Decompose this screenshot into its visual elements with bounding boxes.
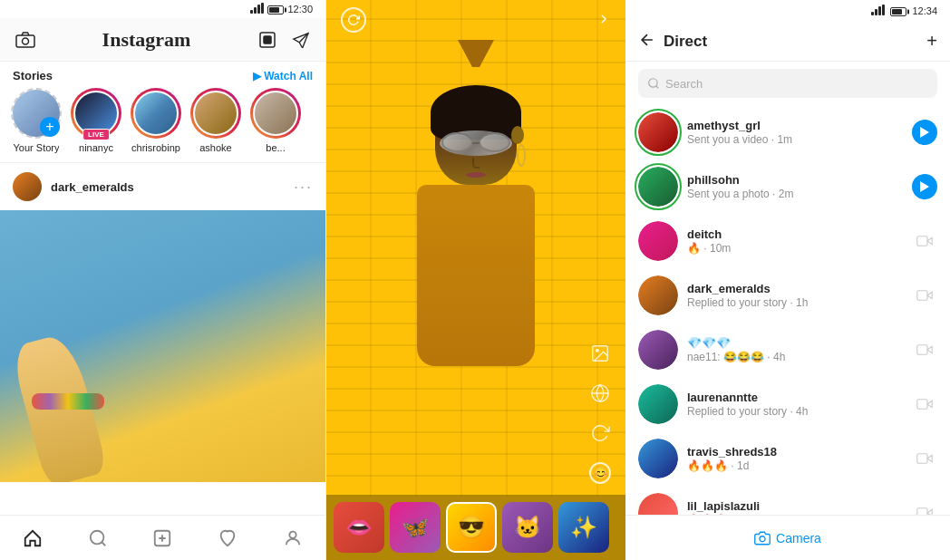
dm-preview: 🔥 · 10m <box>687 242 903 255</box>
person-sunglasses <box>440 130 512 156</box>
dm-name: deitch <box>687 227 903 241</box>
camera-subject <box>326 0 625 497</box>
stories-bar: Stories ▶ Watch All + Your Story LIVE ni… <box>0 62 325 163</box>
svg-rect-0 <box>16 35 34 47</box>
dm-info: dark_emeralds Replied to your story · 1h <box>687 282 903 309</box>
dm-item[interactable]: dark_emeralds Replied to your story · 1h <box>625 268 950 323</box>
dm-name: lil_lapislazuli <box>687 499 903 513</box>
watch-all-button[interactable]: ▶ Watch All <box>253 70 313 82</box>
camera-top-bar <box>326 0 625 40</box>
direct-camera-button[interactable]: Camera <box>625 515 950 560</box>
dm-item[interactable]: deitch 🔥 · 10m <box>625 214 950 268</box>
camera-bottom-icon <box>754 530 771 546</box>
direct-header: Direct + <box>625 22 950 62</box>
camera-flip-icon[interactable] <box>586 419 615 448</box>
feed-header: Instagram TV <box>0 18 325 62</box>
dm-name: amethyst_grl <box>687 119 903 132</box>
camera-gallery-icon[interactable] <box>586 339 615 368</box>
post-header: dark_emeralds ··· <box>0 163 325 210</box>
dm-action-camera[interactable] <box>912 500 937 515</box>
camera-side-icons: 😊 <box>586 339 615 488</box>
camera-emoji-icon[interactable]: 😊 <box>586 459 615 488</box>
camera-next-button[interactable] <box>596 12 611 29</box>
svg-point-9 <box>596 349 598 352</box>
story-item-ninanyc[interactable]: LIVE ninanyc <box>71 88 121 153</box>
story-label-your-story: Your Story <box>14 142 60 153</box>
story-item-your-story[interactable]: + Your Story <box>11 88 62 153</box>
filter-sparkle[interactable]: ✨ <box>558 502 609 553</box>
stories-label: Stories <box>13 69 53 82</box>
post-more-icon[interactable]: ··· <box>294 178 313 197</box>
dm-info: lil_lapislazuli 🔥🔥🔥 · 1d <box>687 499 903 515</box>
dm-info: 💎💎💎 nae11: 😂😂😂 · 4h <box>687 336 903 363</box>
camera-bottom-label: Camera <box>776 531 821 546</box>
story-label-ashoke: ashoke <box>199 142 231 153</box>
dm-item[interactable]: 💎💎💎 nae11: 😂😂😂 · 4h <box>625 323 950 377</box>
dm-action-camera[interactable] <box>912 446 937 471</box>
feed-signal-icon <box>250 3 264 15</box>
compose-button[interactable]: + <box>926 31 937 52</box>
person-figure <box>376 40 576 457</box>
direct-status-time: 12:34 <box>912 5 937 16</box>
feed-title: Instagram <box>38 28 255 52</box>
direct-battery-icon <box>890 5 906 16</box>
dm-info: deitch 🔥 · 10m <box>687 227 903 255</box>
dm-name: phillsohn <box>687 173 903 187</box>
filter-sunglasses[interactable]: 😎 <box>446 502 497 553</box>
dm-avatar <box>638 167 678 207</box>
person-body <box>417 185 535 366</box>
camera-refresh-icon[interactable] <box>341 7 366 33</box>
story-item-be[interactable]: be... <box>250 88 301 153</box>
heart-nav-icon[interactable] <box>211 522 244 555</box>
dm-info: phillsohn Sent you a photo · 2m <box>687 173 903 200</box>
dm-action-play[interactable] <box>912 120 937 145</box>
dm-action-camera[interactable] <box>912 391 937 417</box>
dm-item[interactable]: lil_lapislazuli 🔥🔥🔥 · 1d <box>625 486 950 515</box>
dm-avatar <box>638 112 678 152</box>
search-bar[interactable]: Search <box>638 69 937 98</box>
filter-butterfly[interactable]: 🦋 <box>390 502 441 553</box>
camera-location-icon[interactable] <box>586 379 615 408</box>
live-badge: LIVE <box>82 129 110 140</box>
igtv-icon[interactable]: TV <box>255 27 280 53</box>
feed-status-bar: 12:30 <box>0 0 325 18</box>
search-placeholder: Search <box>665 77 703 91</box>
plus-nav-icon[interactable] <box>146 522 179 555</box>
dm-item[interactable]: phillsohn Sent you a photo · 2m <box>625 159 950 214</box>
dm-list: amethyst_grl Sent you a video · 1m phill… <box>625 105 950 515</box>
dm-preview: 🔥🔥🔥 · 1d <box>687 459 903 472</box>
svg-point-18 <box>760 536 765 541</box>
dm-action-camera[interactable] <box>912 283 937 308</box>
dm-item[interactable]: amethyst_grl Sent you a video · 1m <box>625 105 950 159</box>
dm-name: dark_emeralds <box>687 282 903 295</box>
camera-filters: 👄 🦋 😎 🐱 ✨ <box>326 495 625 560</box>
direct-icon[interactable] <box>287 27 313 53</box>
chrisrobinp-avatar <box>131 88 181 139</box>
dm-action-camera[interactable] <box>912 228 937 254</box>
dm-avatar <box>638 493 678 515</box>
dm-item[interactable]: laurenanntte Replied to your story · 4h <box>625 377 950 431</box>
filter-lips[interactable]: 👄 <box>334 502 384 553</box>
dm-info: travis_shreds18 🔥🔥🔥 · 1d <box>687 445 903 472</box>
dm-action-camera[interactable] <box>912 337 937 362</box>
story-label-be: be... <box>266 142 285 153</box>
profile-nav-icon[interactable] <box>276 522 309 555</box>
home-nav-icon[interactable] <box>16 522 49 555</box>
camera-icon[interactable] <box>13 27 38 53</box>
svg-rect-15 <box>917 400 927 410</box>
filter-cat[interactable]: 🐱 <box>502 502 553 553</box>
feed-status-time: 12:30 <box>287 4 313 14</box>
back-button[interactable] <box>638 31 656 53</box>
ninanyc-avatar: LIVE <box>71 88 121 139</box>
post-username[interactable]: dark_emeralds <box>51 180 285 194</box>
dm-avatar <box>638 384 678 424</box>
search-nav-icon[interactable] <box>82 522 114 555</box>
dm-action-play[interactable] <box>912 174 937 199</box>
feed-battery-icon <box>267 4 284 14</box>
story-item-chrisrobinp[interactable]: chrisrobinp <box>131 88 181 153</box>
dm-item[interactable]: travis_shreds18 🔥🔥🔥 · 1d <box>625 431 950 486</box>
dm-preview: Sent you a photo · 2m <box>687 188 903 200</box>
dm-preview: Sent you a video · 1m <box>687 133 903 146</box>
story-item-ashoke[interactable]: ashoke <box>190 88 241 153</box>
svg-rect-16 <box>917 454 927 464</box>
